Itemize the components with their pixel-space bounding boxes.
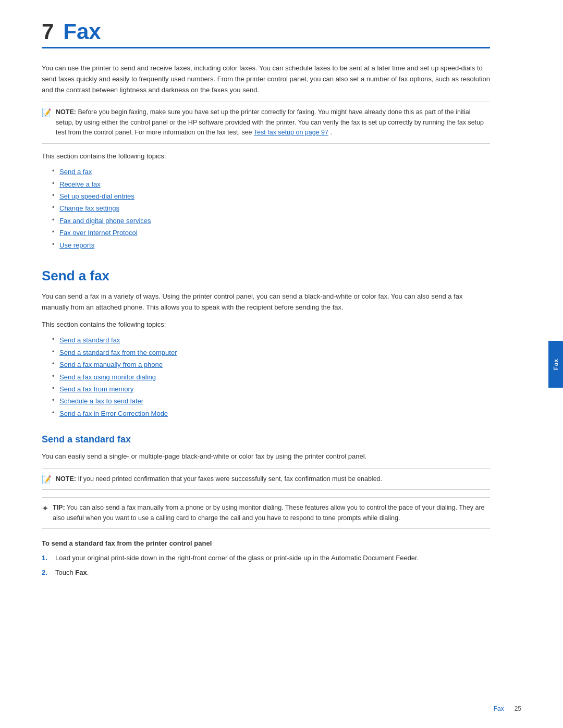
standard-note-label: NOTE: — [56, 475, 76, 483]
link-fax-monitor[interactable]: Send a fax using monitor dialing — [59, 373, 156, 381]
page-footer: Fax 25 — [494, 705, 521, 712]
proc-heading: To send a standard fax from the printer … — [42, 539, 490, 547]
note-icon-2: 📝 — [42, 475, 52, 484]
toc-link-reports[interactable]: Use reports — [59, 241, 94, 249]
tip-icon: ✦ — [42, 503, 48, 513]
toc-item-reports: Use reports — [52, 239, 490, 251]
toc-link-foip[interactable]: Fax over Internet Protocol — [59, 229, 138, 237]
tip-text: You can also send a fax manually from a … — [53, 504, 485, 521]
intro-topics-label: This section contains the following topi… — [42, 151, 490, 162]
sidebar-tab[interactable]: Fax — [548, 341, 563, 388]
send-fax-item-schedule: Schedule a fax to send later — [52, 395, 490, 407]
intro-note-content: NOTE: Before you begin faxing, make sure… — [56, 107, 490, 138]
send-fax-item-monitor: Send a fax using monitor dialing — [52, 371, 490, 383]
step-2-text: Touch Fax. — [55, 567, 490, 578]
sidebar-tab-label: Fax — [553, 359, 559, 370]
chapter-title: Fax — [63, 21, 101, 43]
note-label: NOTE: — [56, 108, 76, 116]
footer-page: 25 — [515, 705, 521, 712]
send-fax-item-phone: Send a fax manually from a phone — [52, 359, 490, 371]
chapter-heading: 7 Fax — [42, 21, 490, 48]
standard-fax-tip-content: TIP: You can also send a fax manually fr… — [53, 503, 490, 523]
standard-fax-heading: Send a standard fax — [42, 434, 490, 445]
link-fax-schedule[interactable]: Schedule a fax to send later — [59, 397, 143, 405]
standard-fax-note-box: 📝 NOTE: If you need printed confirmation… — [42, 468, 490, 490]
link-fax-ecm[interactable]: Send a fax in Error Correction Mode — [59, 410, 168, 417]
step-1-text: Load your original print-side down in th… — [55, 552, 490, 563]
send-fax-item-memory: Send a fax from memory — [52, 383, 490, 395]
toc-item-receive-fax: Receive a fax — [52, 178, 490, 190]
toc-item-foip: Fax over Internet Protocol — [52, 227, 490, 239]
link-fax-memory[interactable]: Send a fax from memory — [59, 385, 133, 393]
chapter-number: 7 — [42, 21, 54, 43]
intro-note-box: 📝 NOTE: Before you begin faxing, make su… — [42, 102, 490, 143]
procedure-steps: 1. Load your original print-side down in… — [42, 552, 490, 578]
toc-link-digital-phone[interactable]: Fax and digital phone services — [59, 217, 151, 225]
toc-link-change-fax[interactable]: Change fax settings — [59, 204, 119, 212]
toc-item-digital-phone: Fax and digital phone services — [52, 215, 490, 227]
link-fax-computer[interactable]: Send a standard fax from the computer — [59, 349, 177, 356]
send-fax-body: You can send a fax in a variety of ways.… — [42, 291, 490, 313]
tip-label: TIP: — [53, 504, 65, 511]
test-fax-link[interactable]: Test fax setup on page 97 — [254, 129, 328, 136]
toc-link-receive-fax[interactable]: Receive a fax — [59, 180, 101, 188]
send-fax-item-computer: Send a standard fax from the computer — [52, 347, 490, 359]
note-icon: 📝 — [42, 108, 52, 117]
toc-link-speed-dial[interactable]: Set up speed-dial entries — [59, 192, 134, 200]
send-fax-topics-label: This section contains the following topi… — [42, 319, 490, 330]
send-fax-item-ecm: Send a fax in Error Correction Mode — [52, 408, 490, 419]
intro-body: You can use the printer to send and rece… — [42, 63, 490, 95]
footer-label: Fax — [494, 705, 504, 712]
send-fax-heading: Send a fax — [42, 268, 490, 284]
standard-fax-tip-box: ✦ TIP: You can also send a fax manually … — [42, 497, 490, 529]
toc-item-speed-dial: Set up speed-dial entries — [52, 190, 490, 202]
toc-link-send-fax[interactable]: Send a fax — [59, 168, 92, 176]
standard-note-text: If you need printed confirmation that yo… — [78, 475, 382, 483]
link-fax-phone[interactable]: Send a fax manually from a phone — [59, 361, 163, 368]
standard-fax-body: You can easily send a single- or multipl… — [42, 451, 490, 462]
intro-note-end: . — [330, 129, 332, 136]
step-1: 1. Load your original print-side down in… — [42, 552, 490, 563]
link-standard-fax[interactable]: Send a standard fax — [59, 336, 120, 344]
step-2: 2. Touch Fax. — [42, 567, 490, 578]
standard-fax-note-content: NOTE: If you need printed confirmation t… — [56, 474, 382, 484]
toc-item-change-fax: Change fax settings — [52, 202, 490, 214]
send-fax-item-standard: Send a standard fax — [52, 334, 490, 346]
toc-item-send-fax: Send a fax — [52, 166, 490, 178]
step-1-num: 1. — [42, 552, 50, 563]
step-2-num: 2. — [42, 567, 50, 578]
send-fax-list: Send a standard fax Send a standard fax … — [42, 334, 490, 419]
toc-list: Send a fax Receive a fax Set up speed-di… — [42, 166, 490, 251]
